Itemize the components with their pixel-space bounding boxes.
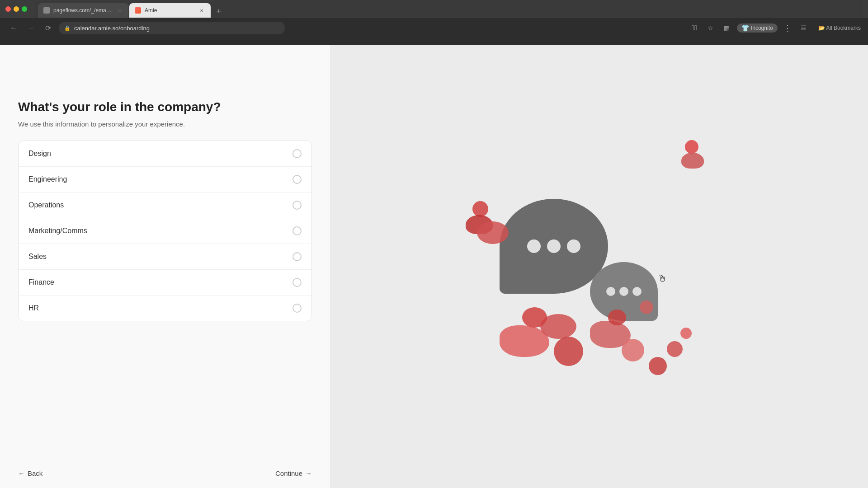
option-operations[interactable]: Operations (19, 192, 311, 218)
option-label-engineering: Engineering (28, 175, 67, 183)
radio-marketing[interactable] (292, 226, 302, 235)
people-blob-6 (649, 357, 667, 375)
star-icon[interactable]: ☆ (704, 22, 717, 34)
radio-engineering[interactable] (292, 175, 302, 184)
radio-operations[interactable] (292, 201, 302, 210)
page-title: What's your role in the company? (18, 99, 312, 115)
option-label-marketing: Marketing/Comms (28, 227, 87, 235)
nav-bar: ← → ⟳ 🔒 calendar.amie.so/onboarding 👁̸ ☆… (0, 18, 868, 38)
option-label-operations: Operations (28, 201, 64, 209)
people-blob-3 (554, 337, 583, 366)
option-hr[interactable]: HR (19, 296, 311, 321)
tab-label-amie: Amie (145, 7, 157, 14)
cursor-icon: 🖱 (658, 273, 667, 284)
people-blob-top-left (477, 221, 509, 244)
left-panel: What's your role in the company? We use … (0, 45, 330, 488)
radio-hr[interactable] (292, 304, 302, 313)
page-subtitle: We use this information to personalize y… (18, 120, 312, 128)
tab-close-amie[interactable]: ✕ (198, 7, 205, 14)
panel-footer: ← Back Continue → (0, 459, 330, 488)
option-finance[interactable]: Finance (19, 270, 311, 296)
close-window-button[interactable] (5, 6, 11, 12)
person-small-head (685, 140, 698, 154)
eye-off-icon[interactable]: 👁̸ (688, 22, 701, 34)
incognito-label: Incognito (751, 25, 773, 31)
option-engineering[interactable]: Engineering (19, 167, 311, 192)
option-design[interactable]: Design (19, 141, 311, 167)
small-bubble-dot-3 (632, 287, 642, 296)
radio-sales[interactable] (292, 252, 302, 261)
bubble-dot-1 (527, 239, 541, 253)
option-label-finance: Finance (28, 278, 54, 286)
role-options-card: Design Engineering Operations Marketing/… (18, 141, 312, 321)
tab-label-pageflows: pageflows.com/_/emails/_/7fb5... (53, 7, 112, 14)
tab-pageflows[interactable]: pageflows.com/_/emails/_/7fb5... ✕ (38, 3, 128, 18)
bookmarks-panel-icon[interactable]: ☰ (797, 22, 810, 34)
option-label-design: Design (28, 150, 51, 158)
maximize-window-button[interactable] (22, 6, 27, 12)
radio-finance[interactable] (292, 278, 302, 287)
illustration: 🖱 (463, 131, 735, 402)
tab-favicon-pageflows (43, 7, 50, 14)
minimize-window-button[interactable] (14, 6, 19, 12)
split-view-icon[interactable]: ▦ (721, 22, 733, 34)
page-content: What's your role in the company? We use … (0, 45, 868, 488)
refresh-nav-button[interactable]: ⟳ (42, 22, 54, 34)
person-left-head (472, 201, 488, 217)
menu-icon[interactable]: ⋮ (781, 22, 794, 34)
continue-arrow-icon: → (305, 469, 312, 477)
right-panel: 🖱 (330, 45, 868, 488)
address-url: calendar.amie.so/onboarding (74, 25, 279, 32)
people-blob-8 (680, 328, 692, 339)
people-blob-extra3 (640, 300, 653, 314)
back-button[interactable]: ← Back (18, 469, 42, 477)
all-bookmarks-label: 📂 All Bookmarks (818, 25, 861, 31)
radio-design[interactable] (292, 149, 302, 158)
incognito-badge: 👕 Incognito (737, 23, 778, 33)
forward-nav-button[interactable]: → (24, 22, 37, 34)
add-tab-button[interactable]: + (212, 5, 225, 18)
option-label-hr: HR (28, 304, 39, 312)
people-blob-extra2 (608, 310, 626, 325)
back-button-label: Back (28, 469, 42, 477)
continue-button-label: Continue (275, 469, 302, 477)
person-small-body (681, 153, 704, 169)
back-nav-button[interactable]: ← (7, 22, 20, 34)
window-controls (5, 6, 27, 12)
tab-amie[interactable]: Amie ✕ (129, 3, 211, 18)
browser-chrome: pageflows.com/_/emails/_/7fb5... ✕ Amie … (0, 0, 868, 45)
bubble-dot-3 (567, 239, 580, 253)
option-sales[interactable]: Sales (19, 244, 311, 270)
bubble-dot-2 (547, 239, 561, 253)
lock-icon: 🔒 (64, 25, 71, 31)
small-bubble-dot-2 (619, 287, 628, 296)
option-label-sales: Sales (28, 253, 47, 261)
continue-button[interactable]: Continue → (275, 469, 312, 477)
people-blob-7 (667, 341, 683, 357)
people-blob-extra1 (522, 307, 547, 328)
chat-bubble-main (500, 199, 608, 294)
people-blob-5 (622, 339, 644, 361)
title-bar: pageflows.com/_/emails/_/7fb5... ✕ Amie … (0, 0, 868, 18)
tabs-bar: pageflows.com/_/emails/_/7fb5... ✕ Amie … (34, 0, 863, 18)
option-marketing[interactable]: Marketing/Comms (19, 218, 311, 244)
address-bar[interactable]: 🔒 calendar.amie.so/onboarding (59, 22, 285, 34)
browser-actions: 👁̸ ☆ ▦ 👕 Incognito ⋮ ☰ (688, 22, 810, 34)
small-bubble-dot-1 (606, 287, 615, 296)
incognito-icon: 👕 (741, 24, 749, 32)
tab-close-pageflows[interactable]: ✕ (116, 7, 123, 14)
tab-favicon-amie (135, 7, 141, 14)
back-arrow-icon: ← (18, 469, 25, 477)
